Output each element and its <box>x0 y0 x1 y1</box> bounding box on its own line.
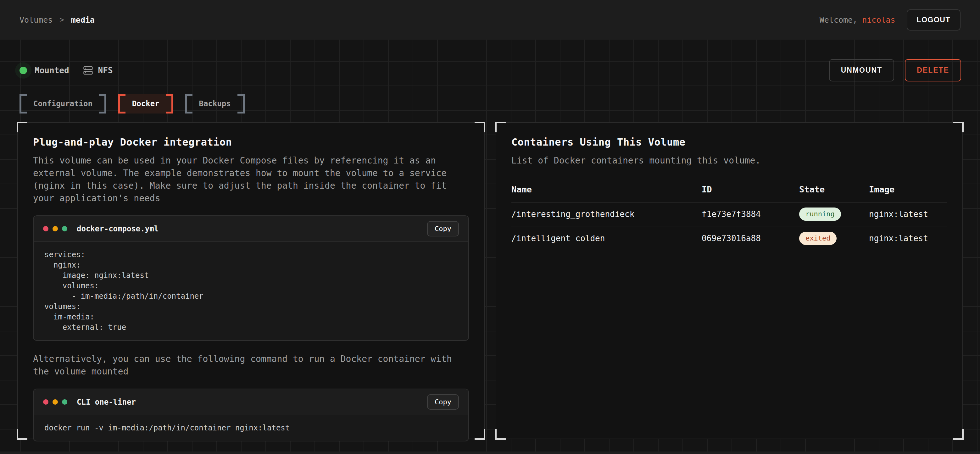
container-image: nginx:latest <box>869 210 947 219</box>
docker-integration-panel: Plug-and-play Docker integration This vo… <box>17 122 485 439</box>
containers-table: Name ID State Image /interesting_grothen… <box>511 184 947 250</box>
container-state-cell: exited <box>799 232 869 245</box>
column-header-name: Name <box>511 184 702 194</box>
status-row: Mounted NFS UNMOUNT DELETE <box>19 59 961 81</box>
panel-corner-icon <box>17 122 27 132</box>
table-row: /interesting_grothendieck f1e73e7f3884 r… <box>511 203 947 226</box>
panel-corner-icon <box>953 429 964 440</box>
breadcrumb-current-volume: media <box>71 16 95 24</box>
top-bar: Volumes > media Welcome, nicolas LOGOUT <box>0 0 980 40</box>
panel-corner-icon <box>17 429 27 440</box>
unmount-button[interactable]: UNMOUNT <box>829 59 894 81</box>
volume-status-group: Mounted NFS <box>19 65 113 75</box>
container-image: nginx:latest <box>869 233 947 243</box>
breadcrumb-volumes-link[interactable]: Volumes <box>19 16 52 24</box>
container-state-cell: running <box>799 208 869 221</box>
cli-code-block: CLI one-liner Copy docker run -v im-medi… <box>33 389 469 441</box>
cli-title: CLI one-liner <box>77 398 136 406</box>
containers-panel-subtitle: List of Docker containers mounting this … <box>511 154 937 167</box>
compose-code-block: docker-compose.yml Copy services: nginx:… <box>33 215 469 341</box>
mount-status: Mounted <box>19 66 69 75</box>
column-header-image: Image <box>869 184 947 194</box>
red-dot-icon <box>43 399 48 405</box>
yellow-dot-icon <box>52 399 58 405</box>
container-name: /intelligent_colden <box>511 233 702 243</box>
welcome-label: Welcome, <box>819 16 858 24</box>
column-header-state: State <box>799 184 869 194</box>
panel-corner-icon <box>953 122 964 132</box>
cli-code-body: docker run -v im-media:/path/in/containe… <box>33 415 468 441</box>
footer-strip <box>0 451 980 454</box>
cli-code-header: CLI one-liner Copy <box>33 389 468 415</box>
column-header-id: ID <box>702 184 799 194</box>
mounted-status-dot-icon <box>19 67 27 74</box>
top-bar-right: Welcome, nicolas LOGOUT <box>819 10 961 30</box>
compose-filename: docker-compose.yml <box>77 224 159 233</box>
yellow-dot-icon <box>52 226 58 232</box>
username: nicolas <box>862 16 895 24</box>
status-badge: running <box>799 208 841 221</box>
window-dots-icon <box>43 399 67 405</box>
container-name: /interesting_grothendieck <box>511 210 702 219</box>
tab-backups[interactable]: Backups <box>185 94 245 113</box>
tab-docker[interactable]: Docker <box>118 94 173 113</box>
cli-code-text: docker run -v im-media:/path/in/containe… <box>45 423 458 433</box>
status-badge: exited <box>799 232 837 245</box>
docker-panel-title: Plug-and-play Docker integration <box>33 136 469 148</box>
volume-actions: UNMOUNT DELETE <box>829 59 961 81</box>
panel-corner-icon <box>474 429 485 440</box>
table-row: /intelligent_colden 069e73016a88 exited … <box>511 226 947 250</box>
breadcrumb: Volumes > media <box>19 16 95 24</box>
delete-button[interactable]: DELETE <box>905 59 961 81</box>
panel-corner-icon <box>495 122 506 132</box>
panel-corner-icon <box>474 122 485 132</box>
compose-code-text: services: nginx: image: nginx:latest vol… <box>45 250 458 333</box>
window-dots-icon <box>43 226 67 232</box>
cli-description: Alternatively, you can use the following… <box>33 353 459 378</box>
copy-compose-button[interactable]: Copy <box>427 221 459 237</box>
welcome-text: Welcome, nicolas <box>819 16 896 24</box>
containers-panel: Containers Using This Volume List of Doc… <box>496 122 963 439</box>
main-content: Mounted NFS UNMOUNT DELETE Configuration… <box>0 40 980 451</box>
chevron-right-icon: > <box>59 16 64 24</box>
copy-cli-button[interactable]: Copy <box>427 394 459 410</box>
docker-panel-description: This volume can be used in your Docker C… <box>33 154 459 205</box>
containers-panel-title: Containers Using This Volume <box>511 136 947 148</box>
panel-corner-icon <box>495 429 506 440</box>
server-icon <box>83 65 93 75</box>
compose-code-body: services: nginx: image: nginx:latest vol… <box>33 242 468 340</box>
compose-code-header: docker-compose.yml Copy <box>33 216 468 242</box>
logout-button[interactable]: LOGOUT <box>907 10 961 30</box>
fs-type: NFS <box>83 65 113 75</box>
red-dot-icon <box>43 226 48 232</box>
panels-row: Plug-and-play Docker integration This vo… <box>17 122 963 439</box>
tab-configuration[interactable]: Configuration <box>19 94 106 113</box>
container-id: 069e73016a88 <box>702 233 799 243</box>
tab-bar: Configuration Docker Backups <box>19 94 961 113</box>
fs-type-label: NFS <box>98 66 113 75</box>
containers-table-header: Name ID State Image <box>511 184 947 203</box>
green-dot-icon <box>62 226 67 232</box>
container-id: f1e73e7f3884 <box>702 210 799 219</box>
mount-status-label: Mounted <box>35 66 69 75</box>
green-dot-icon <box>62 399 67 405</box>
